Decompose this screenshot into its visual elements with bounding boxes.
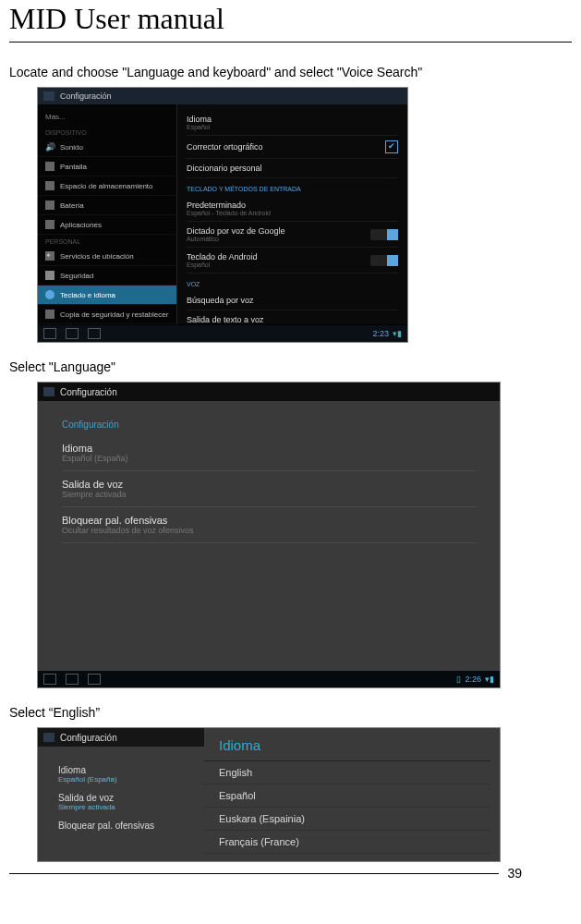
page-title: MID User manual [9,0,572,36]
settings-title-bar: Configuración [38,383,500,401]
label: Diccionario personal [187,164,262,173]
settings-icon [43,733,54,742]
divider-top [9,42,572,43]
sidebar-item-language[interactable]: Teclado e idioma [38,286,176,305]
wifi-icon: ▾▮ [485,675,494,684]
checkbox-icon[interactable] [385,140,398,153]
battery-icon [45,201,54,210]
label: Seguridad [60,272,93,280]
group-head: VOZ [187,281,398,287]
label: Espacio de almacenamiento [60,182,153,190]
location-icon: ✦ [45,251,54,261]
home-icon[interactable] [66,674,79,685]
sublabel: Siempre activada [58,803,189,811]
row-voice-search[interactable]: Búsqueda por voz [187,291,398,310]
sidebar-head: Más... [45,113,66,121]
settings-behind: Configuración Idioma Español (España) Sa… [38,728,204,861]
sidebar-item-sound[interactable]: Sonido [38,138,176,157]
label: Batería [60,201,84,210]
home-icon[interactable] [66,328,79,339]
row-block: Bloquear pal. ofensivas [58,821,189,831]
popup-item-espanol[interactable]: Español [204,784,490,808]
storage-icon [45,181,54,190]
label: Teclado e idioma [60,291,115,299]
row-block-offensive[interactable]: Bloquear pal. ofensivas Ocultar resultad… [62,507,476,543]
backup-icon [45,310,54,319]
popup-item-euskara[interactable]: Euskara (Espainia) [204,808,490,831]
back-icon[interactable] [43,328,56,339]
row-dictionary[interactable]: Diccionario personal [187,159,398,178]
label: Bloquear pal. ofensivas [58,821,189,831]
row-language[interactable]: IdiomaEspañol [187,110,398,136]
row-voice-output[interactable]: Salida de voz Siempre activada [62,471,476,507]
sidebar-head: PERSONAL [38,235,176,247]
label: Aplicaciones [60,221,102,229]
row-android-kb[interactable]: Teclado de AndroidEspañol [187,248,398,274]
row-google-voice[interactable]: Dictado por voz de GoogleAutomático [187,222,398,248]
sidebar-item-display[interactable]: Pantalla [38,157,176,176]
screenshot-1: Configuración Más... DISPOSITIVO Sonido … [37,87,408,343]
toggle-icon[interactable] [370,255,398,266]
sublabel: Siempre activada [62,490,476,499]
sublabel: Ocultar resultados de voz ofensivos [62,526,476,535]
sidebar-item-location[interactable]: ✦Servicios de ubicación [38,247,176,266]
sidebar-item-apps[interactable]: Aplicaciones [38,215,176,235]
label: Corrector ortográfico [187,142,263,152]
row-default[interactable]: PredeterminadoEspañol - Teclado de Andro… [187,196,398,222]
step-3-text: Select “English” [9,705,572,720]
sidebar-item-backup[interactable]: Copia de seguridad y restablecer [38,305,176,324]
screenshot-3: Configuración Idioma Español (España) Sa… [37,727,501,862]
sidebar-item[interactable]: Más... [38,108,176,126]
popup-item-francais[interactable]: Français (France) [204,831,490,854]
notification-icon: ▯ [456,675,461,684]
apps-icon [45,220,54,229]
settings-main: IdiomaEspañol Corrector ortográfico Dicc… [177,104,407,324]
language-popup: Idioma English Español Euskara (Espainia… [204,728,490,861]
screenshot-2: Configuración Configuración Idioma Españ… [37,382,501,688]
label: Copia de seguridad y restablecer [60,310,168,319]
settings-title-bar: Configuración [38,88,407,104]
row-language[interactable]: Idioma Español (España) [62,435,476,471]
time-label: 2:26 [465,675,481,684]
recent-icon[interactable] [88,328,101,339]
row-spellcheck[interactable]: Corrector ortográfico [187,136,398,159]
sublabel: Español [187,261,258,268]
label: Idioma [58,765,189,775]
lock-icon [45,271,54,280]
label: Teclado de Android [187,252,258,261]
label: Idioma [187,115,212,124]
globe-icon [45,290,54,299]
row-language: Idioma Español (España) [58,765,189,784]
label: Predeterminado [187,201,271,210]
divider-bottom [9,873,499,874]
settings-icon [43,91,54,101]
label: Salida de voz [58,793,189,803]
settings-title: Configuración [60,91,112,101]
sidebar-item-security[interactable]: Seguridad [38,266,176,286]
label: Bloquear pal. ofensivas [62,515,476,526]
toggle-icon[interactable] [370,229,398,240]
settings-title-bar: Configuración [38,728,204,747]
step-2-text: Select "Language" [9,359,572,374]
section-head: Configuración [62,419,476,430]
label: Dictado por voz de Google [187,226,285,236]
sidebar-item-storage[interactable]: Espacio de almacenamiento [38,176,176,196]
recent-icon[interactable] [88,674,101,685]
display-icon [45,162,54,171]
sidebar-item-battery[interactable]: Batería [38,196,176,215]
label: Servicios de ubicación [60,252,134,261]
nav-bar: 2:23 ▾▮ [38,325,407,342]
back-icon[interactable] [43,674,56,685]
popup-item-galego[interactable]: Galego (España) [204,854,490,862]
settings-icon [43,387,54,396]
label: Idioma [62,443,476,454]
popup-item-english[interactable]: English [204,761,490,784]
popup-title: Idioma [204,728,490,761]
page-number: 39 [507,866,522,881]
sublabel: Español (España) [58,775,189,784]
sublabel: Automático [187,236,285,242]
settings-title: Configuración [60,733,117,743]
time-label: 2:23 [372,329,389,338]
sublabel: Español - Teclado de Android [187,210,271,216]
nav-bar: ▯ 2:26 ▾▮ [38,671,500,687]
